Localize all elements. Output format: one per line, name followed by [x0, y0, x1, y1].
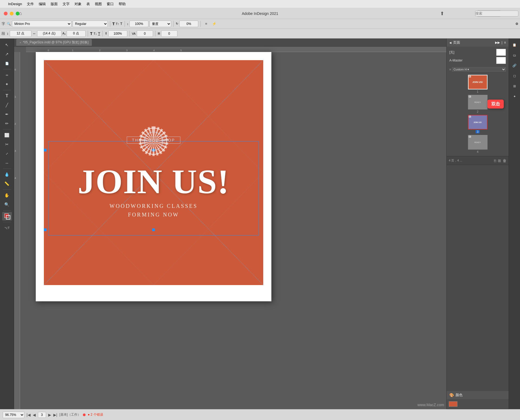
- pen-tool[interactable]: ✒: [2, 110, 12, 119]
- delete-page-icon[interactable]: 🗑: [503, 159, 506, 163]
- menu-view[interactable]: 视图: [95, 2, 102, 7]
- adjust-icon: ⚡: [212, 22, 216, 26]
- subtitle-text: WOODWORKING CLASSES FORMING NOW: [109, 202, 197, 219]
- eyedropper-tool[interactable]: 💧: [2, 170, 12, 179]
- panel-forward-icon[interactable]: ▶▶: [495, 41, 500, 44]
- pages-count: 4 页，4 ...: [449, 159, 492, 163]
- ruler-mark-0: 0: [48, 49, 49, 52]
- section-icon: ≡: [449, 68, 451, 71]
- zoom-select[interactable]: 96.75%: [3, 412, 24, 418]
- fill-stroke-tool[interactable]: [2, 212, 12, 221]
- page-thumb-2[interactable]: A READY: [468, 95, 487, 109]
- color-swatch[interactable]: [449, 401, 457, 407]
- zoom-tool[interactable]: 🔍: [2, 200, 12, 209]
- share-icon[interactable]: ⬆: [440, 11, 444, 17]
- shift-input[interactable]: [161, 30, 177, 37]
- skew-input[interactable]: [179, 21, 198, 27]
- menu-edit[interactable]: 编辑: [39, 2, 46, 7]
- palette-icon: 🎨: [449, 393, 454, 397]
- baseline-input[interactable]: [67, 30, 86, 37]
- menu-help[interactable]: 帮助: [119, 2, 126, 7]
- panel-options-icon[interactable]: ≡: [504, 41, 506, 44]
- tracking-input[interactable]: [37, 30, 61, 37]
- minimize-button[interactable]: [10, 12, 14, 15]
- style-select[interactable]: Regular: [73, 21, 108, 27]
- spread-icon[interactable]: ⎘: [494, 159, 496, 163]
- right-panel: ◀ 页面 ▶▶ | ≡ [无] A-Master: [446, 38, 509, 409]
- layers-icon[interactable]: 🗂: [510, 51, 519, 60]
- page-input[interactable]: [38, 412, 46, 418]
- close-button[interactable]: [4, 12, 8, 15]
- links-icon[interactable]: 🔗: [510, 61, 519, 70]
- tab-close[interactable]: ×: [20, 41, 21, 44]
- tools-panel: ↖ ↗ 📄 ⇔ ✦ T ╱ ✒ ✏ ⬜ ✂ ⤢ ↔ 💧 📏 ✋ 🔍 ⌥T: [0, 38, 14, 409]
- divider2: [125, 21, 125, 27]
- divider8: [155, 31, 155, 37]
- pages-panel-header[interactable]: ◀ 页面 ▶▶ | ≡: [447, 38, 509, 47]
- page-thumb-4[interactable]: A READY: [468, 135, 487, 150]
- section-select[interactable]: Custom H ▾: [452, 67, 506, 72]
- settings-icon[interactable]: ⚙: [515, 22, 518, 26]
- gap-tool[interactable]: ⇔: [2, 71, 12, 79]
- color-panel-header[interactable]: 🎨 颜色: [447, 391, 509, 399]
- metric-select[interactable]: 量度: [150, 21, 171, 27]
- page-thumb-3[interactable]: A JOIN US!: [468, 115, 487, 130]
- stroke-icon[interactable]: ◻: [510, 72, 519, 80]
- effects-icon[interactable]: ✦: [510, 92, 519, 101]
- align-icon[interactable]: ⊞: [510, 82, 519, 91]
- panel-menu-icon[interactable]: |: [502, 41, 502, 44]
- pages-panel-title: 页面: [453, 40, 493, 45]
- line-height-icon: ↕: [7, 31, 9, 35]
- properties-icon[interactable]: 📋: [510, 41, 519, 49]
- type-tool[interactable]: T: [2, 92, 12, 100]
- none-master-row[interactable]: [无]: [448, 48, 507, 56]
- go-first-button[interactable]: |◀: [27, 413, 31, 417]
- page4-master-label: A: [469, 136, 471, 138]
- leading-input[interactable]: [129, 21, 148, 27]
- direct-select-tool[interactable]: ↗: [2, 50, 12, 59]
- a-master-row[interactable]: A-Master: [448, 56, 507, 64]
- frame-tool[interactable]: ⬜: [2, 131, 12, 140]
- pencil-tool[interactable]: ✏: [2, 119, 12, 128]
- measure-tool[interactable]: 📏: [2, 179, 12, 188]
- select-tool[interactable]: ↖: [2, 41, 12, 49]
- go-last-button[interactable]: ▶|: [53, 413, 57, 417]
- font-select[interactable]: Minion Pro: [12, 21, 72, 27]
- document-tab[interactable]: × *05_PageSize.indd @ 97% [GPU 预览] [转换]: [16, 39, 92, 46]
- menu-text[interactable]: 文字: [63, 2, 70, 7]
- content-tool[interactable]: ✦: [2, 80, 12, 89]
- new-page-icon[interactable]: ⊞: [498, 159, 501, 163]
- a-master-thumb: [496, 57, 506, 64]
- tool-separator3: [3, 129, 11, 130]
- tool-separator7: [3, 222, 11, 222]
- scale-h-input[interactable]: [108, 30, 127, 37]
- menu-window[interactable]: 窗口: [107, 2, 114, 7]
- line-tool[interactable]: ╱: [2, 101, 12, 109]
- transform-tool[interactable]: ⤢: [2, 149, 12, 158]
- free-transform-tool[interactable]: ↔: [2, 159, 12, 167]
- scissors-tool[interactable]: ✂: [2, 140, 12, 149]
- ruler-v-mark-2: 2: [15, 122, 16, 125]
- color-panel-content: [447, 399, 509, 409]
- line-height-input[interactable]: [10, 30, 31, 37]
- more-options-icon[interactable]: ≡: [203, 21, 209, 27]
- menu-table[interactable]: 表: [86, 2, 90, 7]
- go-prev-button[interactable]: ◀: [33, 413, 36, 417]
- menu-indesign[interactable]: InDesign: [8, 2, 22, 6]
- tracking-icon: ↔: [32, 31, 36, 35]
- page-thumb-1[interactable]: A JOIN US!: [468, 75, 487, 89]
- text-frame-tool[interactable]: ⌥T: [2, 224, 12, 232]
- hand-tool[interactable]: ✋: [2, 191, 12, 200]
- home-icon[interactable]: ⌂: [19, 11, 22, 16]
- search-input[interactable]: [475, 11, 518, 17]
- menu-object[interactable]: 对象: [74, 2, 82, 7]
- selection-handle-bl[interactable]: [44, 228, 47, 231]
- page-tool[interactable]: 📄: [2, 59, 12, 68]
- kerning-input[interactable]: [137, 30, 153, 37]
- menu-layout[interactable]: 版面: [51, 2, 58, 7]
- go-next-button[interactable]: ▶: [48, 413, 51, 417]
- selection-handle-tl[interactable]: [44, 149, 47, 151]
- ruler-v-mark-4: 4: [15, 177, 16, 179]
- menu-file[interactable]: 文件: [27, 2, 34, 7]
- page-item-2: A READY 2 双击: [449, 95, 506, 113]
